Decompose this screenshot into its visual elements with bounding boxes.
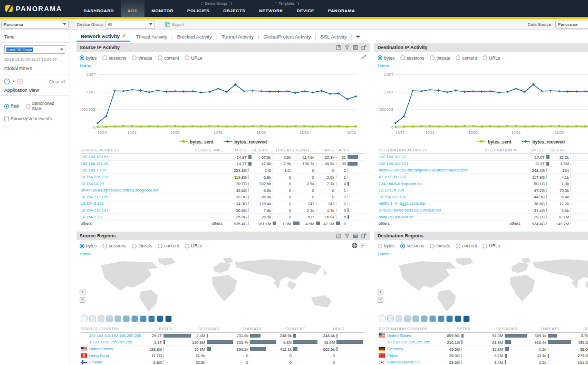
metric-radio-content[interactable]: content <box>158 243 179 248</box>
table-row[interactable]: 192.168.1.199253.8G240141002 <box>81 167 365 174</box>
map-zoom-out-button[interactable]: − <box>378 297 383 303</box>
table-row[interactable]: othersothers924.4G149.7M <box>379 220 588 227</box>
country-name[interactable]: 192.168.0.0-192.168.255.255 <box>89 333 141 338</box>
export-panel-icon[interactable] <box>361 45 367 50</box>
metric-radio-bytes[interactable]: bytes <box>378 243 394 248</box>
continent-shape[interactable] <box>212 275 237 301</box>
nav-item-dashboard[interactable]: DASHBOARD <box>77 0 121 17</box>
country-name[interactable]: Korea Republic Of <box>387 360 419 364</box>
continent-shape[interactable] <box>287 281 297 290</box>
metric-radio-bytes[interactable]: bytes <box>378 55 394 61</box>
destination-regions-world-map[interactable]: +− <box>374 256 588 314</box>
chart-settings-icon[interactable] <box>360 54 367 61</box>
country-cell[interactable]: United States <box>379 333 442 338</box>
address-cell[interactable]: c-76-21-69-86.hsd1.ca.comcast.net <box>379 208 476 213</box>
address-cell[interactable]: 10.154.9.132 <box>81 201 178 206</box>
table-row[interactable]: 192.168.161.2614.7T47.8k2.9k136.7k45.5k3… <box>81 161 365 168</box>
metric-radio-content[interactable]: content <box>456 55 477 61</box>
table-row[interactable]: 10.0.0.0-10.255.255.255210.1G28.9M910.4k… <box>379 339 588 346</box>
tab-tunnel-activity[interactable]: Tunnel Activity <box>217 33 258 41</box>
country-cell[interactable]: 10.0.0.0-10.255.255.255 <box>81 340 144 344</box>
export-panel-icon[interactable] <box>361 233 367 238</box>
table-row[interactable]: 192.168.0.0-192.168.255.25529.4T2.4M231.… <box>81 333 365 340</box>
table-row[interactable]: 192.168.162.12111.9T1.5M <box>379 161 588 168</box>
continent-shape[interactable] <box>510 275 535 301</box>
address-cell[interactable]: host86-136-151-56.range86-136.btcentralp… <box>379 168 476 172</box>
table-row[interactable]: othersothers935.4G161.1M1.8M4.9M47.1M0 <box>81 220 365 227</box>
address-cell[interactable]: 10.154.2.20 <box>81 215 178 219</box>
breadcrumb-home-link[interactable]: Home <box>374 251 392 256</box>
address-cell[interactable]: netflix-1--tri-agg2.cenic.net <box>379 201 476 206</box>
metric-radio-bytes[interactable]: bytes <box>80 55 97 61</box>
address-cell[interactable]: 124-168-6-6.tpgi.com.au <box>379 181 476 186</box>
continent-shape[interactable] <box>533 259 588 282</box>
metric-radio-urls[interactable]: URLs <box>185 243 202 248</box>
table-row[interactable]: Finland5.8G30.3k000 <box>81 359 365 365</box>
tab-network-activity[interactable]: Network Activity <box>76 32 130 42</box>
metric-radio-urls[interactable]: URLs <box>185 55 202 61</box>
bar-view-icon[interactable] <box>361 243 367 249</box>
table-row[interactable]: United States138.8G15.9M396.2k412.1k602.… <box>81 346 365 353</box>
address-cell[interactable]: 67.192.180.218 <box>379 175 476 179</box>
address-cell[interactable]: 12.120.14.206 <box>379 188 476 193</box>
country-name[interactable]: China <box>387 353 398 358</box>
continent-shape[interactable] <box>585 281 588 290</box>
country-cell[interactable]: China <box>379 353 442 358</box>
tab-blocked-activity[interactable]: Blocked Activity <box>173 33 216 41</box>
table-row[interactable]: netflix-1--tri-agg2.cenic.net38.5G17.2k <box>379 200 588 207</box>
table-row[interactable]: c-76-21-69-86.hsd1.ca.comcast.net31.4G2.… <box>379 207 588 214</box>
table-row[interactable]: 10.154.220.10944.9G5.4k <box>379 194 588 201</box>
add-filter-button[interactable]: + <box>4 79 10 84</box>
address-cell[interactable]: 10.154.220.109 <box>379 195 476 199</box>
country-cell[interactable]: Korea Republic Of <box>379 360 442 364</box>
map-view-globe-icon[interactable] <box>352 243 358 249</box>
continent-shape[interactable] <box>511 262 528 273</box>
country-name[interactable]: 10.0.0.0-10.255.255.255 <box>89 340 132 344</box>
time-range-select[interactable]: Last 30 Days <box>4 45 65 54</box>
table-row[interactable]: Hong Kong11.7G51.9k000 <box>81 352 365 359</box>
table-row[interactable]: Korea Republic Of23.6G3.4M1.5k161.2k <box>379 359 588 365</box>
metric-radio-sessions[interactable]: sessions <box>400 243 424 248</box>
continent-shape[interactable] <box>273 280 281 289</box>
table-icon[interactable] <box>353 45 358 50</box>
metric-radio-urls[interactable]: URLs <box>483 243 500 248</box>
continent-shape[interactable] <box>158 257 175 265</box>
export-button[interactable]: Export <box>165 22 184 27</box>
country-name[interactable]: 10.0.0.0-10.255.255.255 <box>387 340 430 344</box>
address-cell[interactable]: 192.168.1.199 <box>81 168 178 172</box>
table-row[interactable]: 10.154.2.2025.8G26.9k053716.8k5 <box>81 214 365 220</box>
table-row[interactable]: 10.154.228.13730.5G7.8k02.3k4.3k3 <box>81 207 365 214</box>
map-zoom-in-button[interactable]: + <box>80 290 85 295</box>
metric-radio-content[interactable]: content <box>456 243 477 248</box>
continent-shape[interactable] <box>213 262 230 273</box>
metric-radio-sessions[interactable]: sessions <box>102 243 126 248</box>
country-name[interactable]: Hong Kong <box>89 353 109 358</box>
continent-shape[interactable] <box>456 257 473 265</box>
map-zoom-in-button[interactable]: + <box>378 290 383 295</box>
risk-radio[interactable]: Risk <box>4 103 20 109</box>
metric-radio-sessions[interactable]: sessions <box>400 55 424 61</box>
filter-icon[interactable] <box>344 233 350 238</box>
country-cell[interactable]: Germany <box>379 347 442 351</box>
metric-radio-threats[interactable]: threats <box>132 55 152 61</box>
address-cell[interactable]: 99-47-16-84.lightspeed.sntcca.sbcglobal.… <box>81 188 178 193</box>
device-group-select[interactable]: All <box>105 21 155 28</box>
data-source-select[interactable]: Panorama <box>555 21 588 28</box>
metric-radio-urls[interactable]: URLs <box>483 55 500 61</box>
table-row[interactable]: 12.120.14.20647.2G70.3k <box>379 187 588 194</box>
address-cell[interactable]: 192.168.162.21 <box>379 155 476 159</box>
sanctioned-state-radio[interactable]: Sanctioned State <box>26 101 65 111</box>
country-cell[interactable]: Finland <box>81 360 144 364</box>
address-cell[interactable]: 10.154.212.105 <box>81 195 178 199</box>
address-cell[interactable]: 192.168.161.26 <box>81 161 178 166</box>
map-zoom-out-button[interactable]: − <box>80 297 85 303</box>
address-cell[interactable]: 10.154.228.137 <box>81 208 178 213</box>
edit-pencil-icon[interactable] <box>121 33 126 39</box>
metric-radio-content[interactable]: content <box>158 55 179 61</box>
country-name[interactable]: United States <box>89 347 113 351</box>
country-name[interactable]: United States <box>387 333 411 338</box>
popout-icon[interactable] <box>336 45 341 50</box>
metric-radio-bytes[interactable]: bytes <box>80 243 97 248</box>
table-row[interactable]: 124-168-6-6.tpgi.com.au50.1G1.3k <box>379 180 588 187</box>
add-tab-button[interactable]: + <box>352 33 364 41</box>
